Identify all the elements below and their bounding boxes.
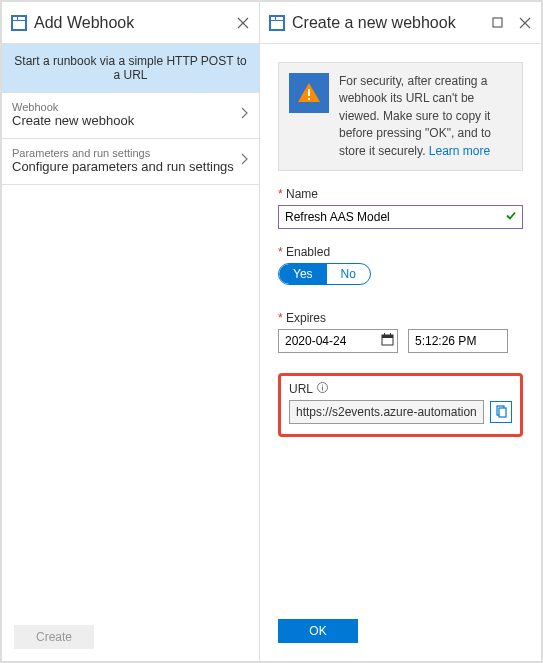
close-button-right[interactable] xyxy=(513,11,537,35)
enabled-toggle[interactable]: Yes No xyxy=(278,263,371,285)
svg-rect-11 xyxy=(308,98,310,100)
valid-check-icon xyxy=(505,209,517,224)
svg-rect-20 xyxy=(499,408,506,417)
chevron-right-icon xyxy=(241,153,249,168)
enabled-label: Enabled xyxy=(278,245,523,259)
copy-url-button[interactable] xyxy=(490,401,512,423)
svg-rect-10 xyxy=(308,89,310,96)
create-webhook-panel: Create a new webhook For security, after… xyxy=(260,2,541,661)
svg-rect-8 xyxy=(493,18,502,27)
add-webhook-header: Add Webhook xyxy=(2,2,259,44)
svg-rect-17 xyxy=(322,386,323,390)
name-label: Name xyxy=(278,187,523,201)
svg-rect-5 xyxy=(271,17,275,20)
create-button[interactable]: Create xyxy=(14,625,94,649)
expires-date-input[interactable] xyxy=(278,329,398,353)
expires-time-input[interactable] xyxy=(408,329,508,353)
close-button-left[interactable] xyxy=(231,11,255,35)
name-input[interactable] xyxy=(278,205,523,229)
banner-text: Start a runbook via a simple HTTP POST t… xyxy=(2,44,259,93)
toggle-no: No xyxy=(327,264,370,284)
maximize-button[interactable] xyxy=(485,11,509,35)
svg-rect-18 xyxy=(322,384,323,385)
menu-parameters[interactable]: Parameters and run settings Configure pa… xyxy=(2,139,259,185)
menu-webhook-sub: Webhook xyxy=(12,101,241,113)
svg-rect-3 xyxy=(13,21,25,29)
blade-icon xyxy=(10,14,28,32)
menu-parameters-main: Configure parameters and run settings xyxy=(12,159,241,174)
url-section: URL xyxy=(278,373,523,437)
url-label: URL xyxy=(289,382,313,396)
security-info-box: For security, after creating a webhook i… xyxy=(278,62,523,171)
svg-rect-6 xyxy=(276,17,283,20)
svg-rect-7 xyxy=(271,21,283,29)
info-icon xyxy=(317,382,328,396)
expires-label: Expires xyxy=(278,311,523,325)
svg-rect-1 xyxy=(13,17,17,20)
svg-rect-15 xyxy=(390,333,391,336)
blade-icon xyxy=(268,14,286,32)
svg-rect-2 xyxy=(18,17,25,20)
toggle-yes: Yes xyxy=(279,264,327,284)
add-webhook-panel: Add Webhook Start a runbook via a simple… xyxy=(2,2,260,661)
chevron-right-icon xyxy=(241,107,249,122)
ok-button[interactable]: OK xyxy=(278,619,358,643)
create-webhook-header: Create a new webhook xyxy=(260,2,541,44)
menu-webhook-main: Create new webhook xyxy=(12,113,241,128)
menu-webhook[interactable]: Webhook Create new webhook xyxy=(2,93,259,139)
svg-rect-14 xyxy=(384,333,385,336)
calendar-icon xyxy=(381,333,394,349)
url-input[interactable] xyxy=(289,400,484,424)
learn-more-link[interactable]: Learn more xyxy=(429,144,490,158)
menu-parameters-sub: Parameters and run settings xyxy=(12,147,241,159)
warning-icon xyxy=(289,73,329,113)
add-webhook-title: Add Webhook xyxy=(34,14,231,32)
security-info-text: For security, after creating a webhook i… xyxy=(339,73,512,160)
create-webhook-title: Create a new webhook xyxy=(292,14,485,32)
svg-rect-13 xyxy=(382,335,393,338)
